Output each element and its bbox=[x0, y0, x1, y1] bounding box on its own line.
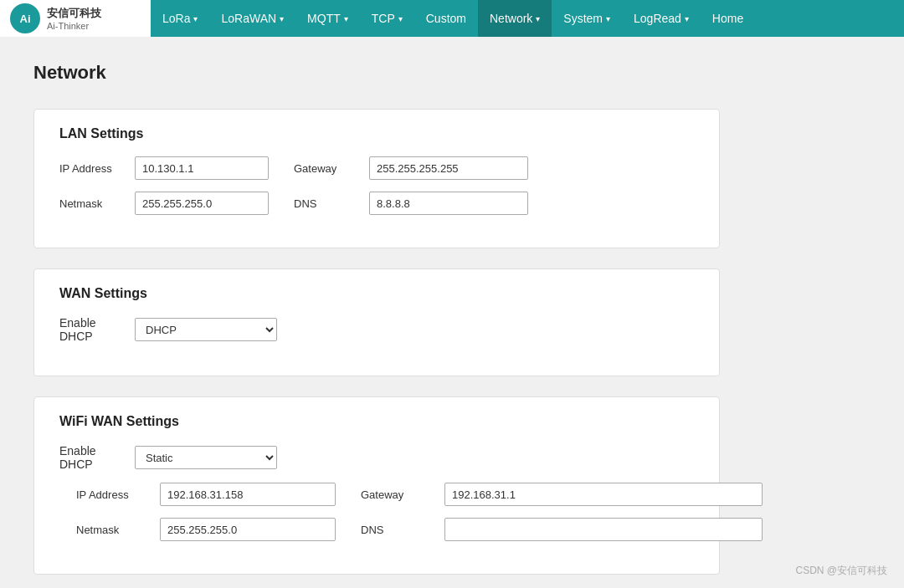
lan-gateway-label: Gateway bbox=[294, 162, 361, 175]
lan-ip-group: IP Address bbox=[59, 156, 269, 180]
wifi-dhcp-group: Enable DHCP Static DHCP bbox=[59, 444, 277, 471]
wifi-netmask-group: Netmask bbox=[76, 518, 336, 541]
chevron-down-icon: ▾ bbox=[398, 14, 403, 23]
wifi-wan-settings-section: WiFi WAN Settings Enable DHCP Static DHC… bbox=[33, 396, 720, 575]
wifi-dhcp-row: Enable DHCP Static DHCP bbox=[59, 444, 694, 471]
lan-dns-input[interactable] bbox=[369, 192, 528, 215]
lan-settings-section: LAN Settings IP Address Gateway Netmask … bbox=[33, 109, 720, 248]
wan-settings-section: WAN Settings Enable DHCP DHCP Static bbox=[33, 268, 720, 376]
wifi-dns-group: DNS bbox=[361, 518, 763, 541]
brand-sub: Ai-Thinker bbox=[47, 21, 101, 31]
lan-dns-label: DNS bbox=[294, 197, 361, 210]
wifi-static-fields: IP Address Gateway Netmask DNS bbox=[76, 483, 694, 541]
chevron-down-icon: ▾ bbox=[606, 14, 610, 23]
wifi-ip-label: IP Address bbox=[76, 488, 152, 501]
lan-netmask-dns-row: Netmask DNS bbox=[59, 192, 694, 215]
chevron-down-icon: ▾ bbox=[280, 14, 284, 23]
lan-ip-label: IP Address bbox=[59, 162, 126, 175]
chevron-down-icon: ▾ bbox=[344, 14, 348, 23]
wifi-gateway-group: Gateway bbox=[361, 483, 763, 506]
wifi-dhcp-select[interactable]: Static DHCP bbox=[135, 446, 277, 469]
lan-settings-title: LAN Settings bbox=[59, 126, 694, 141]
wifi-ip-input[interactable] bbox=[160, 483, 336, 506]
nav-item-lorawan[interactable]: LoRaWAN ▾ bbox=[209, 0, 295, 37]
wifi-gateway-label: Gateway bbox=[361, 488, 436, 501]
chevron-down-icon: ▾ bbox=[685, 14, 689, 23]
nav-item-tcp[interactable]: TCP ▾ bbox=[360, 0, 414, 37]
wan-dhcp-group: Enable DHCP DHCP Static bbox=[59, 316, 277, 343]
brand-name: 安信可科技 bbox=[47, 6, 101, 21]
nav-item-network[interactable]: Network ▾ bbox=[478, 0, 552, 37]
brand-text: 安信可科技 Ai-Thinker bbox=[47, 6, 101, 31]
lan-ip-input[interactable] bbox=[135, 156, 269, 180]
wifi-netmask-label: Netmask bbox=[76, 524, 152, 536]
wifi-wan-settings-title: WiFi WAN Settings bbox=[59, 414, 694, 429]
nav-item-custom[interactable]: Custom bbox=[414, 0, 478, 37]
lan-netmask-input[interactable] bbox=[135, 192, 269, 215]
brand: Ai 安信可科技 Ai-Thinker bbox=[0, 0, 151, 37]
brand-logo: Ai bbox=[10, 3, 40, 33]
wifi-dns-input[interactable] bbox=[444, 518, 763, 541]
lan-netmask-label: Netmask bbox=[59, 197, 126, 210]
page-title: Network bbox=[33, 62, 720, 84]
wifi-ip-gateway-row: IP Address Gateway bbox=[76, 483, 694, 506]
nav-item-lora[interactable]: LoRa ▾ bbox=[151, 0, 209, 37]
nav-item-mqtt[interactable]: MQTT ▾ bbox=[295, 0, 360, 37]
main-content: Network LAN Settings IP Address Gateway … bbox=[0, 37, 753, 588]
chevron-down-icon: ▾ bbox=[193, 14, 198, 23]
wifi-dhcp-label: Enable DHCP bbox=[59, 444, 126, 471]
lan-gateway-input[interactable] bbox=[369, 156, 528, 180]
navbar: Ai 安信可科技 Ai-Thinker LoRa ▾ LoRaWAN ▾ MQT… bbox=[0, 0, 904, 37]
lan-dns-group: DNS bbox=[294, 192, 528, 215]
nav-item-logread[interactable]: LogRead ▾ bbox=[622, 0, 701, 37]
wifi-dns-label: DNS bbox=[361, 524, 436, 536]
footer-watermark: CSDN @安信可科技 bbox=[795, 564, 887, 578]
wifi-netmask-input[interactable] bbox=[160, 518, 336, 541]
lan-netmask-group: Netmask bbox=[59, 192, 269, 215]
wan-dhcp-label: Enable DHCP bbox=[59, 316, 126, 343]
wan-settings-title: WAN Settings bbox=[59, 286, 694, 301]
wifi-gateway-input[interactable] bbox=[444, 483, 763, 506]
lan-gateway-group: Gateway bbox=[294, 156, 528, 180]
wifi-ip-group: IP Address bbox=[76, 483, 336, 506]
nav-items: LoRa ▾ LoRaWAN ▾ MQTT ▾ TCP ▾ Custom Net… bbox=[151, 0, 755, 37]
wifi-netmask-dns-row: Netmask DNS bbox=[76, 518, 694, 541]
nav-item-home[interactable]: Home bbox=[701, 0, 755, 37]
wan-dhcp-select[interactable]: DHCP Static bbox=[135, 318, 277, 341]
wan-dhcp-row: Enable DHCP DHCP Static bbox=[59, 316, 694, 343]
chevron-down-icon: ▾ bbox=[536, 14, 540, 23]
lan-ip-gateway-row: IP Address Gateway bbox=[59, 156, 694, 180]
nav-item-system[interactable]: System ▾ bbox=[552, 0, 622, 37]
